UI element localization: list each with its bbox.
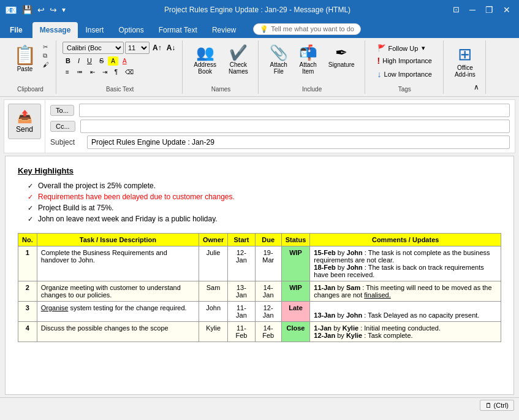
checkmark-3: ✓ (28, 204, 33, 212)
col-header-comments: Comments / Updates (310, 234, 501, 246)
subject-input[interactable] (87, 136, 510, 149)
tab-message[interactable]: Message (32, 22, 78, 38)
names-group: 👥 AddressBook ✔️ CheckNames Names (184, 40, 258, 94)
low-importance-label: Low Importance (384, 71, 432, 78)
send-label: Send (16, 125, 33, 134)
signature-label: Signature (328, 61, 355, 68)
ribbon: File Message Insert Options Format Text … (0, 20, 519, 97)
email-body: Key Highlights ✓ Overall the project is … (5, 156, 514, 395)
bullet-list-button[interactable]: ≡ (63, 67, 72, 77)
basic-text-label: Basic Text (106, 85, 134, 93)
highlight-button[interactable]: A (108, 56, 118, 66)
grow-font-button[interactable]: A↑ (151, 43, 164, 53)
increase-indent-button[interactable]: ⇥ (99, 67, 110, 77)
format-painter-button[interactable]: 🖌 (41, 61, 51, 69)
clear-formatting-button[interactable]: ⌫ (122, 67, 137, 77)
font-size-select[interactable]: 11 (125, 42, 150, 54)
numbered-list-button[interactable]: ≔ (74, 67, 86, 77)
copy-icon: ⧉ (43, 52, 47, 59)
cell-no-2: 2 (18, 281, 37, 302)
names-buttons: 👥 AddressBook ✔️ CheckNames (189, 42, 252, 85)
col-header-status: Status (281, 234, 310, 246)
font-row-2: B I U S A A (63, 56, 130, 66)
shrink-font-button[interactable]: A↓ (165, 43, 178, 53)
signature-button[interactable]: ✒ Signature (324, 42, 360, 71)
attach-item-button[interactable]: 📬 AttachItem (294, 42, 322, 77)
tasks-table: No. Task / Issue Description Owner Start… (18, 233, 501, 342)
tab-review[interactable]: Review (205, 22, 243, 38)
font-name-select[interactable]: Calibri (Boc (63, 42, 124, 54)
send-button[interactable]: 📤 Send (8, 104, 41, 139)
attach-file-button[interactable]: 📎 AttachFile (265, 42, 293, 77)
cell-start-2: 13-Jan (228, 281, 255, 302)
tab-format-text[interactable]: Format Text (151, 22, 205, 38)
attach-item-icon: 📬 (299, 44, 317, 61)
cc-input[interactable] (80, 120, 510, 133)
title-bar: 📧 💾 ↩ ↪ ▾ Project Rules Engine Update : … (0, 0, 519, 20)
bullet-text-1: Overall the project is 25% complete. (38, 181, 156, 190)
cut-button[interactable]: ✂ (41, 43, 51, 51)
checkmark-1: ✓ (28, 182, 33, 190)
cc-button[interactable]: Cc... (50, 121, 75, 132)
bullet-text-3: Project Build is at 75%. (38, 204, 113, 212)
addins-group: ⊞ OfficeAdd-ins ∧ (445, 40, 486, 94)
attach-file-icon: 📎 (270, 44, 288, 61)
table-row: 3 Organise system testing for the change… (18, 302, 501, 322)
paragraph-button[interactable]: ¶ (112, 67, 121, 77)
address-book-button[interactable]: 👥 AddressBook (189, 42, 221, 77)
check-names-icon: ✔️ (229, 44, 248, 61)
tab-file[interactable]: File (2, 22, 30, 38)
cell-task-4: Discuss the possible changes to the scop… (37, 322, 199, 342)
low-importance-button[interactable]: ↓ Low Importance (374, 68, 436, 80)
minimize-button[interactable]: ─ (466, 4, 479, 16)
attach-file-label: AttachFile (270, 61, 287, 75)
follow-up-label: Follow Up (388, 45, 419, 52)
bullet-text-2: Requirements have been delayed due to cu… (38, 193, 235, 201)
high-importance-button[interactable]: ! High Importance (374, 55, 436, 67)
clipboard-group: 📋 Paste ✂ ⧉ 🖌 Clipboard (5, 40, 56, 94)
status-bar: 🗒 (Ctrl) (0, 397, 519, 412)
bullet-text-4: John on leave next week and Friday is a … (38, 215, 218, 223)
addins-button[interactable]: ⊞ OfficeAdd-ins (450, 42, 480, 80)
tab-insert[interactable]: Insert (78, 22, 111, 38)
cell-start-4: 11-Feb (228, 322, 255, 342)
copy-button[interactable]: ⧉ (41, 52, 51, 60)
collapse-ribbon-icon[interactable]: ∧ (472, 82, 480, 93)
cell-comments-2: 11-Jan by Sam : This meeting will need t… (310, 281, 501, 302)
to-row: To... (50, 104, 510, 117)
strikethrough-button[interactable]: S (96, 56, 107, 66)
quick-redo-icon[interactable]: ↪ (50, 5, 57, 15)
to-button[interactable]: To... (50, 105, 74, 116)
ctrl-badge[interactable]: 🗒 (Ctrl) (480, 400, 515, 411)
cell-owner-3: John (199, 302, 227, 322)
quick-save-icon[interactable]: 💾 (22, 5, 32, 15)
address-book-icon: 👥 (196, 44, 214, 61)
include-buttons: 📎 AttachFile 📬 AttachItem ✒ Signature (265, 42, 360, 85)
header-row: 📤 Send To... Cc... Subject (4, 100, 515, 153)
close-button[interactable]: ✕ (499, 4, 514, 16)
check-names-button[interactable]: ✔️ CheckNames (224, 42, 253, 77)
quick-undo-icon[interactable]: ↩ (37, 5, 45, 15)
tab-options[interactable]: Options (111, 22, 151, 38)
decrease-indent-button[interactable]: ⇤ (87, 67, 98, 77)
addins-label: OfficeAdd-ins (455, 64, 475, 78)
restore-button[interactable]: ❐ (482, 4, 497, 16)
font-color-button[interactable]: A (119, 56, 130, 66)
lightbulb-icon: 💡 (260, 25, 268, 33)
italic-button[interactable]: I (75, 56, 83, 66)
app-icon: 📧 (5, 4, 17, 16)
underline-button[interactable]: U (84, 56, 95, 66)
addins-icon: ⊞ (458, 44, 472, 64)
window-mode-icon[interactable]: ⊡ (449, 4, 463, 16)
follow-up-button[interactable]: 🚩 Follow Up ▾ (374, 43, 430, 53)
ribbon-content: 📋 Paste ✂ ⧉ 🖌 Clipboard (0, 38, 519, 97)
paste-button[interactable]: 📋 Paste (10, 42, 40, 75)
checkmark-4: ✓ (28, 215, 33, 223)
tell-me-bar[interactable]: 💡 Tell me what you want to do (253, 23, 361, 35)
bold-button[interactable]: B (63, 56, 74, 66)
table-row: 2 Organize meeting with customer to unde… (18, 281, 501, 302)
cell-due-4: 14-Feb (255, 322, 281, 342)
to-input[interactable] (79, 104, 510, 117)
bullet-item-3: ✓ Project Build is at 75%. (28, 204, 501, 212)
cell-due-2: 14-Jan (255, 281, 281, 302)
